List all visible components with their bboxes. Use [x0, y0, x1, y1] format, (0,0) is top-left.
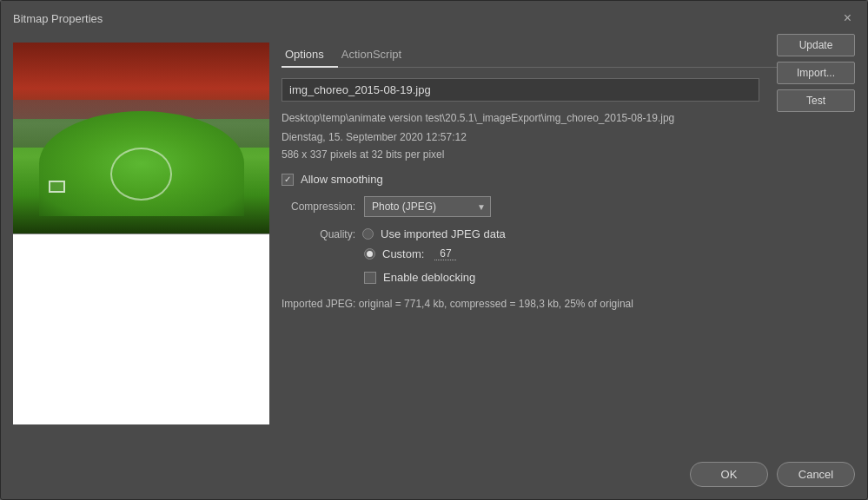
use-imported-label: Use imported JPEG data	[381, 227, 506, 240]
tab-actionscript[interactable]: ActionScript	[338, 43, 415, 68]
file-dimensions: 586 x 337 pixels at 32 bits per pixel	[282, 148, 759, 161]
import-info: Imported JPEG: original = 771,4 kb, comp…	[282, 296, 759, 312]
tabs: Options ActionScript	[282, 43, 855, 68]
update-button[interactable]: Update	[777, 34, 855, 56]
filename-input[interactable]	[282, 78, 759, 102]
import-button[interactable]: Import...	[777, 62, 855, 84]
ok-button[interactable]: OK	[690, 462, 768, 487]
use-imported-radio[interactable]	[362, 228, 374, 240]
quality-section: Quality: Use imported JPEG data Custom: …	[282, 227, 759, 260]
file-date: Dienstag, 15. September 2020 12:57:12	[282, 131, 759, 143]
custom-value[interactable]: 67	[434, 247, 456, 260]
close-button[interactable]: ×	[840, 10, 855, 27]
dialog-title: Bitmap Properties	[13, 12, 103, 25]
enable-deblocking-label: Enable deblocking	[383, 271, 475, 284]
preview-image-top	[13, 43, 269, 234]
stadium-field	[39, 111, 244, 216]
content-area: Desktop\temp\animate version test\20.5.1…	[282, 78, 855, 444]
allow-smoothing-label[interactable]: Allow smoothing	[282, 173, 383, 186]
custom-radio[interactable]	[364, 248, 375, 260]
enable-deblocking-checkbox[interactable]	[364, 272, 376, 284]
cancel-button[interactable]: Cancel	[777, 462, 855, 487]
preview-panel	[13, 43, 269, 444]
goal-left	[49, 181, 65, 194]
test-button[interactable]: Test	[777, 89, 855, 112]
allow-smoothing-checkbox[interactable]	[282, 174, 294, 186]
dialog-footer: OK Cancel	[1, 453, 867, 499]
compression-row: Compression: Photo (JPEG) Lossless (PNG/…	[282, 196, 759, 217]
file-path: Desktop\temp\animate version test\20.5.1…	[282, 110, 759, 126]
deblocking-row: Enable deblocking	[364, 271, 759, 284]
title-bar: Bitmap Properties ×	[1, 1, 867, 34]
compression-select[interactable]: Photo (JPEG) Lossless (PNG/GIF)	[364, 196, 491, 217]
compression-label: Compression:	[282, 201, 355, 213]
quality-label: Quality:	[282, 228, 355, 240]
quality-use-imported-row: Quality: Use imported JPEG data	[282, 227, 759, 240]
action-buttons-area: Update Import... Test	[777, 34, 855, 112]
right-panel: Options ActionScript Desktop\temp\animat…	[282, 43, 855, 444]
tab-options[interactable]: Options	[282, 43, 338, 68]
bitmap-properties-dialog: Bitmap Properties × Options	[0, 0, 868, 500]
dialog-body: Options ActionScript Desktop\temp\animat…	[1, 34, 867, 453]
compression-select-wrapper: Photo (JPEG) Lossless (PNG/GIF) ▼	[364, 196, 491, 217]
quality-custom-row: Custom: 67	[364, 247, 759, 260]
custom-label: Custom:	[382, 247, 424, 260]
center-circle	[110, 148, 172, 201]
allow-smoothing-row: Allow smoothing	[282, 173, 759, 186]
preview-image-bottom	[13, 234, 269, 424]
